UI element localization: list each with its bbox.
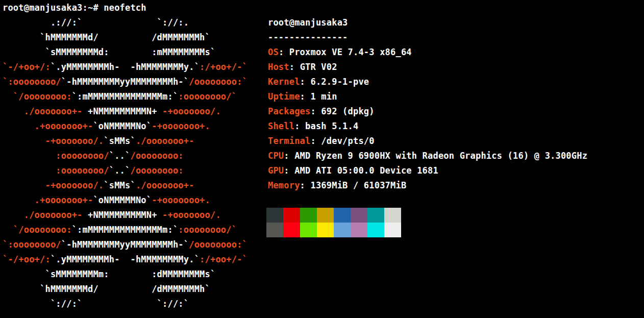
- palette-swatch: [317, 208, 334, 223]
- info-value: 692 (dpkg): [321, 106, 374, 116]
- ascii-segment-orange: :oooooooo/`: [178, 91, 237, 102]
- ascii-segment-orange: -+ooooooo/.: [3, 180, 104, 190]
- info-separator: :: [284, 165, 294, 176]
- palette-swatch: [351, 223, 367, 237]
- ascii-segment-white: `://:` `://:`: [3, 299, 189, 309]
- info-label: Host: [268, 62, 289, 72]
- ascii-segment-orange: ./ooooooo+-: [3, 210, 83, 220]
- ascii-line: .+ooooooo+-`oNMMMMMNo`-+ooooooo+.: [3, 193, 247, 208]
- info-row-packages: Packages: 692 (dpkg): [268, 104, 587, 119]
- info-label: Terminal: [268, 136, 310, 146]
- ascii-line: :oooooooo/`..`/oooooooo:: [3, 149, 247, 163]
- info-separator: :: [294, 121, 305, 131]
- ascii-line: `/oooooooo:`:mMMMMMMMMMMMMMMm:`:oooooooo…: [3, 223, 247, 237]
- info-label: Packages: [268, 106, 310, 116]
- ascii-line: `://:` `://:`: [3, 297, 247, 311]
- palette-swatch: [334, 208, 351, 223]
- ascii-segment-orange: /oooooooo:: [130, 165, 183, 176]
- info-value: 1369MiB / 61037MiB: [310, 180, 406, 190]
- info-value: bash 5.1.4: [305, 121, 358, 131]
- ascii-segment-orange: -+ooooooo/.: [162, 106, 221, 116]
- blank-line: [268, 193, 587, 208]
- ascii-segment-orange: `/oooooooo:: [3, 225, 72, 235]
- ascii-segment-white: `:mMMMMMMMMMMMMMMm:`: [72, 225, 179, 235]
- palette-swatch: [367, 208, 384, 223]
- ascii-segment-white: `oNMMMMMNo`: [93, 121, 152, 131]
- ascii-line: -+ooooooo/.`sMMs`./ooooooo+-: [3, 134, 247, 149]
- palette-swatch: [351, 208, 367, 223]
- palette-swatch: [384, 208, 401, 223]
- palette-swatch: [283, 223, 300, 237]
- info-list: OS: Proxmox VE 7.4-3 x86_64Host: GTR V02…: [268, 45, 587, 193]
- ascii-segment-orange: :oooooooo/: [3, 151, 109, 161]
- palette-swatch: [283, 208, 300, 223]
- info-row-gpu: GPU: AMD ATI 05:00.0 Device 1681: [268, 163, 587, 178]
- ascii-segment-orange: :oooooooo/`: [178, 225, 237, 235]
- ascii-segment-white: `sMMMMMMMMm: :dMMMMMMMMs`: [3, 269, 215, 279]
- info-row-shell: Shell: bash 5.1.4: [268, 119, 587, 134]
- ascii-segment-white: `sMMs`: [104, 180, 136, 190]
- ascii-segment-orange: -+ooooooo+.: [152, 195, 210, 205]
- palette-swatch: [384, 223, 401, 237]
- palette-swatch: [300, 223, 317, 237]
- terminal-screen[interactable]: root@manjusaka3:~# neofetch .://:` `://:…: [0, 0, 644, 318]
- info-row-uptime: Uptime: 1 min: [268, 89, 587, 104]
- palette-swatch: [266, 223, 283, 237]
- ascii-segment-orange: .+ooooooo+-: [3, 121, 93, 131]
- ascii-segment-orange: -+ooooooo/.: [3, 136, 104, 146]
- ascii-segment-orange: `:oooooooo/: [3, 239, 61, 250]
- ascii-segment-orange: /oooooooo:`: [189, 77, 247, 87]
- ascii-line: `sMMMMMMMMd: :mMMMMMMMMs`: [3, 45, 247, 60]
- ascii-segment-white: `hMMMMMMMd/ /dMMMMMMMh`: [3, 284, 210, 294]
- ascii-segment-white: `.yMMMMMMMMh- -hMMMMMMMMy.`: [51, 62, 200, 72]
- ascii-segment-white: `oNMMMMMNo`: [93, 195, 152, 205]
- ascii-segment-orange: .+ooooooo+-: [3, 195, 93, 205]
- ascii-segment-orange: `-/+oo+/:: [3, 62, 51, 72]
- ascii-segment-orange: `:oooooooo/: [3, 77, 61, 87]
- info-label: CPU: [268, 151, 284, 161]
- ascii-segment-white: `hMMMMMMMd/ /dMMMMMMMh`: [3, 32, 210, 42]
- ascii-line: `-/+oo+/:`.yMMMMMMMMh- -hMMMMMMMMy.`:/+o…: [3, 252, 247, 267]
- ascii-segment-orange: :oooooooo/: [3, 165, 109, 176]
- info-separator: :: [289, 62, 300, 72]
- info-label: Kernel: [268, 77, 300, 87]
- ascii-segment-orange: ./ooooooo+-: [136, 136, 194, 146]
- info-value: 1 min: [310, 91, 337, 102]
- ascii-segment-white: +NMMMMMMMMMN+: [83, 210, 163, 220]
- palette-swatch: [334, 223, 351, 237]
- ascii-segment-white: `..`: [109, 151, 131, 161]
- ascii-segment-white: .://:` `://:.: [3, 17, 189, 28]
- ascii-segment-white: `.yMMMMMMMMh- -hMMMMMMMMy.`: [51, 254, 200, 264]
- ascii-line: -+ooooooo/.`sMMs`./ooooooo+-: [3, 178, 247, 193]
- ascii-segment-orange: `-/+oo+/:: [3, 254, 51, 264]
- palette-swatch: [367, 223, 384, 237]
- ascii-segment-orange: -+ooooooo+.: [152, 121, 210, 131]
- info-value: /dev/pts/0: [321, 136, 374, 146]
- info-row-host: Host: GTR V02: [268, 60, 587, 75]
- ascii-segment-orange: :/+oo+/-`: [200, 62, 247, 72]
- ascii-segment-orange: /oooooooo:: [130, 151, 183, 161]
- info-value: 6.2.9-1-pve: [310, 77, 369, 87]
- palette-row-1: [266, 208, 587, 223]
- info-separator: :: [310, 106, 321, 116]
- info-label: Memory: [268, 180, 300, 190]
- ascii-segment-white: `-hMMMMMMMMyyMMMMMMMMh-`: [61, 239, 189, 250]
- ascii-segment-orange: :/+oo+/-`: [200, 254, 247, 264]
- ascii-line: `:oooooooo/`-hMMMMMMMMyyMMMMMMMMh-`/oooo…: [3, 237, 247, 252]
- ascii-segment-white: `..`: [109, 165, 131, 176]
- info-row-os: OS: Proxmox VE 7.4-3 x86_64: [268, 45, 587, 60]
- info-label: OS: [268, 47, 279, 57]
- ascii-segment-white: `sMMMMMMMMd: :mMMMMMMMMs`: [3, 47, 215, 57]
- info-separator: :: [310, 136, 321, 146]
- info-value: Proxmox VE 7.4-3 x86_64: [289, 47, 412, 57]
- info-value: GTR V02: [300, 62, 337, 72]
- ascii-line: .://:` `://:.: [3, 15, 247, 30]
- info-row-terminal: Terminal: /dev/pts/0: [268, 134, 587, 149]
- terminal-output: root@manjusaka3:~# neofetch .://:` `://:…: [3, 1, 247, 311]
- ascii-line: `sMMMMMMMMm: :dMMMMMMMMs`: [3, 267, 247, 282]
- palette-row-2: [266, 223, 587, 237]
- ascii-segment-orange: -+ooooooo/.: [162, 210, 221, 220]
- ascii-line: ./ooooooo+- +NMMMMMMMMMN+ -+ooooooo/.: [3, 104, 247, 119]
- ascii-segment-white: `:mMMMMMMMMMMMMMMm:`: [72, 91, 179, 102]
- info-label: Uptime: [268, 91, 300, 102]
